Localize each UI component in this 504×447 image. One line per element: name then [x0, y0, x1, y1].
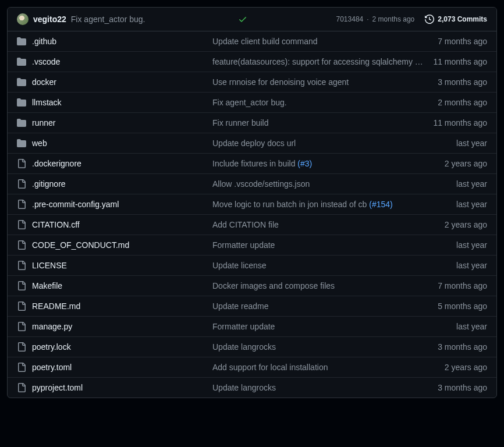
- table-row: CODE_OF_CONDUCT.mdFormatter updatelast y…: [8, 235, 496, 256]
- age-cell: last year: [456, 240, 487, 250]
- commit-message-text: Update readme: [212, 301, 269, 311]
- file-name-cell: .pre-commit-config.yaml: [32, 200, 212, 209]
- file-link[interactable]: .dockerignore: [32, 159, 81, 168]
- commit-message-text: feature(datasources): support for access…: [212, 57, 433, 66]
- file-name-cell: .vscode: [32, 57, 212, 66]
- file-name-cell: .gitignore: [32, 179, 212, 189]
- commit-message-cell[interactable]: Move logic to run batch in jon instead o…: [212, 200, 456, 209]
- commit-message-text: Update langrocks: [212, 342, 276, 352]
- avatar[interactable]: [17, 13, 29, 25]
- file-icon: [17, 281, 32, 290]
- file-link[interactable]: .gitignore: [32, 179, 66, 189]
- file-name-cell: pyproject.toml: [32, 383, 212, 392]
- age-cell: 2 months ago: [438, 98, 487, 107]
- file-icon: [17, 363, 32, 372]
- commit-message-cell[interactable]: Fix runner build: [212, 118, 433, 127]
- commit-message-cell[interactable]: Use rnnoise for denoising voice agent: [212, 77, 438, 87]
- table-row: LICENSEUpdate licenselast year: [8, 256, 496, 276]
- file-icon: [17, 220, 32, 229]
- commit-message-text: Add CITATION file: [212, 220, 279, 229]
- folder-icon: [17, 98, 32, 107]
- file-name-cell: poetry.toml: [32, 363, 212, 372]
- pr-link[interactable]: (#3): [297, 159, 312, 168]
- commit-message-text: Fix agent_actor bug.: [212, 98, 287, 107]
- file-name-cell: .dockerignore: [32, 159, 212, 168]
- commit-message-cell[interactable]: Allow .vscode/settings.json: [212, 179, 456, 189]
- file-name-cell: CODE_OF_CONDUCT.md: [32, 240, 212, 250]
- age-cell: 11 months ago: [433, 57, 487, 66]
- commit-message-cell[interactable]: Update langrocks: [212, 383, 438, 392]
- file-browser: vegito22 Fix agent_actor bug. 7013484 · …: [7, 7, 497, 398]
- table-row: manage.pyFormatter updatelast year: [8, 317, 496, 337]
- commit-message-cell[interactable]: Update license: [212, 261, 456, 270]
- commit-message-cell[interactable]: Update client build command: [212, 37, 438, 46]
- age-cell: 2 years ago: [445, 363, 487, 372]
- commit-hash-link[interactable]: 7013484: [336, 15, 364, 23]
- file-link[interactable]: docker: [32, 77, 56, 87]
- age-cell: last year: [456, 139, 487, 148]
- commit-message-cell[interactable]: Include fixtures in build (#3): [212, 159, 445, 168]
- commit-message-text: Docker images and compose files: [212, 281, 335, 290]
- file-link[interactable]: poetry.lock: [32, 342, 71, 352]
- age-cell: last year: [456, 322, 487, 331]
- file-link[interactable]: CITATION.cff: [32, 220, 80, 229]
- file-link[interactable]: Makefile: [32, 281, 62, 290]
- file-link[interactable]: .vscode: [32, 57, 60, 66]
- ci-status-check-icon[interactable]: [238, 15, 247, 24]
- commits-history-link[interactable]: 2,073 Commits: [425, 15, 487, 24]
- file-list: .githubUpdate client build command7 mont…: [8, 31, 496, 398]
- file-link[interactable]: CODE_OF_CONDUCT.md: [32, 240, 129, 250]
- table-row: .vscodefeature(datasources): support for…: [8, 52, 496, 72]
- file-link[interactable]: runner: [32, 118, 55, 127]
- file-link[interactable]: poetry.toml: [32, 363, 72, 372]
- age-cell: 3 months ago: [438, 342, 487, 352]
- commit-message-text: Include fixtures in build: [212, 159, 297, 168]
- file-name-cell: docker: [32, 77, 212, 87]
- commit-message-cell[interactable]: feature(datasources): support for access…: [212, 57, 433, 66]
- file-name-cell: manage.py: [32, 322, 212, 331]
- table-row: .githubUpdate client build command7 mont…: [8, 31, 496, 52]
- file-name-cell: web: [32, 139, 212, 148]
- author-link[interactable]: vegito22: [33, 15, 66, 24]
- file-name-cell: runner: [32, 118, 212, 127]
- file-link[interactable]: .github: [32, 37, 56, 46]
- folder-icon: [17, 37, 32, 46]
- commit-message-cell[interactable]: Fix agent_actor bug.: [212, 98, 438, 107]
- separator: ·: [367, 15, 368, 23]
- commits-count: 2,073 Commits: [438, 15, 487, 23]
- commit-message-cell[interactable]: Docker images and compose files: [212, 281, 438, 290]
- file-name-cell: poetry.lock: [32, 342, 212, 352]
- commit-message[interactable]: Fix agent_actor bug.: [71, 15, 234, 24]
- file-link[interactable]: .pre-commit-config.yaml: [32, 200, 119, 209]
- file-link[interactable]: LICENSE: [32, 261, 67, 270]
- pr-link[interactable]: (#154): [369, 200, 392, 209]
- commit-message-text: Use rnnoise for denoising voice agent: [212, 77, 349, 87]
- file-icon: [17, 179, 32, 189]
- commit-message-cell[interactable]: Formatter update: [212, 240, 456, 250]
- age-cell: 7 months ago: [438, 281, 487, 290]
- file-link[interactable]: manage.py: [32, 322, 72, 331]
- commit-message-cell[interactable]: Add support for local installation: [212, 363, 445, 372]
- table-row: CITATION.cffAdd CITATION file2 years ago: [8, 215, 496, 235]
- commit-message-cell[interactable]: Update readme: [212, 301, 438, 311]
- file-link[interactable]: pyproject.toml: [32, 383, 83, 392]
- age-cell: last year: [456, 200, 487, 209]
- commit-message-text: Add support for local installation: [212, 363, 328, 372]
- file-name-cell: llmstack: [32, 98, 212, 107]
- commit-message-cell[interactable]: Update langrocks: [212, 342, 438, 352]
- folder-icon: [17, 139, 32, 148]
- commit-message-cell[interactable]: Update deploy docs url: [212, 139, 456, 148]
- file-name-cell: LICENSE: [32, 261, 212, 270]
- commit-message-text: Fix runner build: [212, 118, 269, 127]
- commit-message-cell[interactable]: Add CITATION file: [212, 220, 445, 229]
- commit-message-cell[interactable]: Formatter update: [212, 322, 456, 331]
- commit-message-text: Move logic to run batch in jon instead o…: [212, 200, 369, 209]
- file-link[interactable]: web: [32, 139, 47, 148]
- file-link[interactable]: llmstack: [32, 98, 62, 107]
- file-link[interactable]: README.md: [32, 301, 80, 311]
- folder-icon: [17, 118, 32, 127]
- file-icon: [17, 200, 32, 209]
- age-cell: last year: [456, 179, 487, 189]
- commit-message-text: Update langrocks: [212, 383, 276, 392]
- table-row: MakefileDocker images and compose files7…: [8, 276, 496, 296]
